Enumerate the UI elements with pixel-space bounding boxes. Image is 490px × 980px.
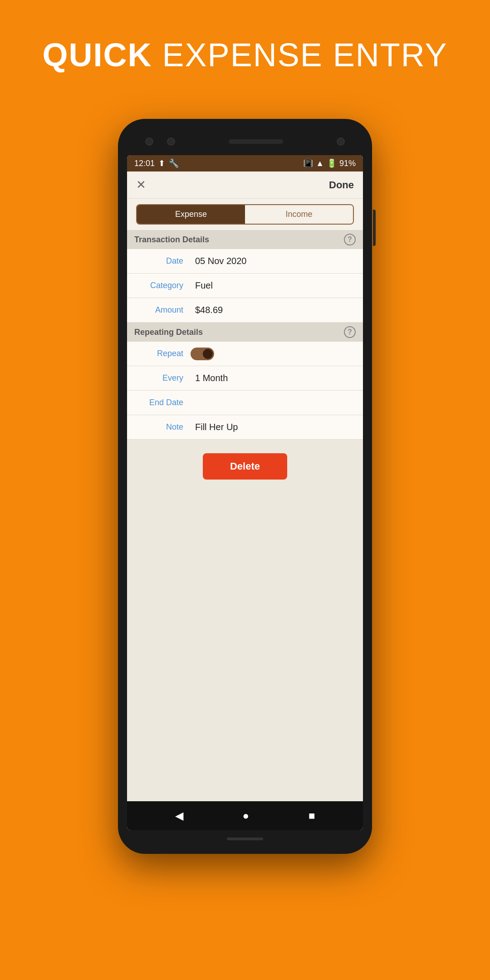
every-value[interactable]: 1 Month bbox=[191, 368, 363, 389]
note-value[interactable]: Fill Her Up bbox=[191, 416, 363, 438]
recent-nav-icon[interactable]: ■ bbox=[309, 809, 315, 822]
end-date-label[interactable]: End Date bbox=[127, 398, 191, 407]
repeat-toggle[interactable] bbox=[191, 348, 214, 360]
delete-button[interactable]: Delete bbox=[203, 453, 287, 480]
delete-area: Delete bbox=[127, 440, 363, 801]
every-label[interactable]: Every bbox=[127, 373, 191, 383]
repeating-details-header: Repeating Details ? bbox=[127, 323, 363, 342]
repeating-help-icon[interactable]: ? bbox=[344, 326, 356, 338]
front-cameras bbox=[145, 137, 175, 146]
category-value[interactable]: Fuel bbox=[191, 275, 363, 296]
wifi-icon: ▲ bbox=[316, 159, 324, 168]
end-date-value[interactable] bbox=[191, 397, 363, 408]
category-label[interactable]: Category bbox=[127, 281, 191, 290]
done-button[interactable]: Done bbox=[329, 179, 354, 191]
phone-screen: 12:01 ⬆ 🔧 📳 ▲ 🔋 91% ✕ Done Expense Incom… bbox=[127, 155, 363, 830]
title-bold: QUICK bbox=[43, 37, 152, 73]
repeat-row: Repeat bbox=[127, 342, 363, 366]
tab-income[interactable]: Income bbox=[245, 205, 353, 224]
note-row: Note Fill Her Up bbox=[127, 415, 363, 440]
status-left: 12:01 ⬆ 🔧 bbox=[134, 158, 179, 168]
status-time: 12:01 bbox=[134, 159, 155, 168]
upload-icon: ⬆ bbox=[158, 158, 165, 168]
tab-expense[interactable]: Expense bbox=[137, 205, 245, 224]
app-header: ✕ Done bbox=[127, 172, 363, 199]
wrench-icon: 🔧 bbox=[169, 158, 179, 168]
phone-top-hardware bbox=[127, 128, 363, 155]
repeat-label: Repeat bbox=[127, 349, 191, 358]
camera-dot-left bbox=[145, 137, 153, 146]
amount-row: Amount $48.69 bbox=[127, 298, 363, 323]
date-value[interactable]: 05 Nov 2020 bbox=[191, 250, 363, 272]
date-label[interactable]: Date bbox=[127, 256, 191, 266]
bottom-indicator bbox=[227, 838, 263, 840]
segment-control: Expense Income bbox=[136, 204, 354, 225]
transaction-details-header: Transaction Details ? bbox=[127, 230, 363, 249]
date-row: Date 05 Nov 2020 bbox=[127, 249, 363, 274]
every-row: Every 1 Month bbox=[127, 366, 363, 391]
battery-percentage: 91% bbox=[339, 159, 356, 168]
page-title: QUICK EXPENSE ENTRY bbox=[43, 36, 448, 74]
phone-bottom-hardware bbox=[127, 830, 363, 845]
speaker-grille bbox=[229, 139, 283, 144]
power-button bbox=[373, 210, 376, 246]
camera-dot-middle bbox=[167, 137, 175, 146]
vibrate-icon: 📳 bbox=[303, 158, 313, 168]
phone-device: 12:01 ⬆ 🔧 📳 ▲ 🔋 91% ✕ Done Expense Incom… bbox=[118, 119, 372, 854]
toggle-knob bbox=[203, 349, 213, 359]
transaction-details-title: Transaction Details bbox=[134, 235, 209, 245]
note-label[interactable]: Note bbox=[127, 422, 191, 432]
home-nav-icon[interactable]: ● bbox=[243, 809, 250, 822]
battery-icon: 🔋 bbox=[327, 158, 337, 168]
amount-value[interactable]: $48.69 bbox=[191, 299, 363, 321]
status-bar: 12:01 ⬆ 🔧 📳 ▲ 🔋 91% bbox=[127, 155, 363, 172]
repeating-details-title: Repeating Details bbox=[134, 328, 203, 337]
back-nav-icon[interactable]: ◀ bbox=[175, 809, 183, 822]
transaction-help-icon[interactable]: ? bbox=[344, 234, 356, 245]
category-row: Category Fuel bbox=[127, 274, 363, 298]
title-regular: EXPENSE ENTRY bbox=[152, 37, 448, 73]
end-date-row: End Date bbox=[127, 391, 363, 415]
camera-dot-right bbox=[337, 137, 345, 146]
bottom-navigation: ◀ ● ■ bbox=[127, 801, 363, 830]
status-right: 📳 ▲ 🔋 91% bbox=[303, 158, 356, 168]
amount-label[interactable]: Amount bbox=[127, 305, 191, 315]
close-button[interactable]: ✕ bbox=[136, 178, 146, 192]
